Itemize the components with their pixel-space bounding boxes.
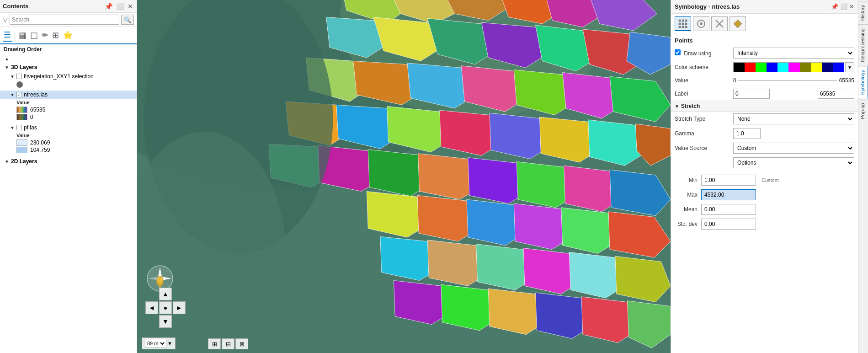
nav-center-button[interactable]: ●	[159, 301, 172, 314]
nav-right-button[interactable]: ►	[173, 301, 186, 314]
options-select[interactable]: Options	[733, 157, 854, 168]
fltvegetation-layer[interactable]: ▼ fltvegetation_XXY1 selection	[0, 72, 137, 80]
draw-using-select[interactable]: Intensity	[733, 48, 854, 59]
points-type-icon	[678, 19, 688, 29]
ntrees-layer[interactable]: ▼ ✓ ntrees.las	[0, 91, 137, 99]
ntrees-swatch-max	[16, 107, 27, 113]
maximize-icon[interactable]: ⬜	[115, 3, 125, 10]
cs-blue2	[833, 63, 844, 72]
stretch-type-select[interactable]: None	[733, 113, 854, 124]
pf-layer[interactable]: ▼ pf.las	[0, 123, 137, 132]
stddev-row: Std. dev 0.00	[671, 217, 858, 231]
drawing-order-label: Drawing Order	[0, 44, 137, 54]
label-row: Label	[671, 87, 858, 101]
compass-svg	[146, 265, 174, 292]
compass	[146, 265, 174, 294]
sym-max-icon[interactable]: ⬜	[840, 3, 847, 10]
label-label: Label	[675, 91, 730, 97]
sym-classified-btn[interactable]	[711, 16, 728, 31]
draw-using-checkbox[interactable]	[675, 49, 681, 55]
cs-magenta	[788, 63, 799, 72]
value-label: Value	[675, 77, 730, 84]
svg-rect-74	[682, 20, 684, 21]
classified-type-icon	[714, 19, 724, 29]
group-3d-header[interactable]: ▼ 3D Layers	[0, 63, 137, 71]
stretch-section-label: Stretch	[681, 103, 700, 109]
contents-title: Contents	[3, 3, 28, 10]
ntrees-label: ntrees.las	[24, 91, 48, 98]
panel-header-icons: 📌 ⬜ ✕	[104, 3, 134, 10]
star-button[interactable]: ⭐	[62, 29, 74, 41]
min-row: Min 1.00 Custom	[671, 173, 858, 187]
sym-points-btn[interactable]	[675, 16, 691, 31]
layer-tree: ▲ ▼ 3D Layers ▼ fltvegetation_XXY1 selec…	[0, 54, 137, 353]
search-button[interactable]: 🔍	[121, 15, 134, 25]
scale-bar: 89 m ▼	[142, 337, 176, 349]
edit-button[interactable]: ✏	[41, 29, 49, 41]
close-icon[interactable]: ✕	[127, 3, 134, 10]
history-tab[interactable]: History	[858, 1, 868, 24]
scale-label: ▼	[167, 341, 172, 346]
table-button[interactable]: ▦	[18, 29, 27, 41]
pin-icon[interactable]: 📌	[104, 3, 113, 10]
geoprocessing-tab[interactable]: Geoprocessing	[858, 24, 868, 66]
popup-tab[interactable]: Pop-up	[858, 99, 868, 123]
stretch-type-control: None	[733, 113, 854, 124]
stretch-section-header[interactable]: ▼ Stretch	[671, 101, 858, 112]
value-source-select[interactable]: Custom	[733, 143, 854, 154]
max-input[interactable]: 4532.00	[701, 189, 756, 200]
ntrees-checkbox[interactable]: ✓	[16, 92, 22, 97]
svg-rect-80	[682, 26, 684, 28]
list-view-button[interactable]: ☰	[3, 29, 12, 42]
map-area[interactable]: ▲ ◄ ● ► ▼ 89 m ▼ ⊞ ⊟ ⊠	[137, 0, 671, 353]
color-scheme-dropdown[interactable]: ▼	[845, 62, 854, 72]
label-max-input[interactable]	[818, 89, 854, 99]
symbology-title: Symbology - ntrees.las	[675, 3, 740, 10]
scale-dropdown[interactable]: 89 m	[145, 339, 166, 348]
group-2d-arrow: ▼	[5, 159, 11, 164]
cs-yellow	[811, 63, 822, 72]
stddev-input[interactable]: 0.00	[701, 219, 756, 230]
pf-group: ▼ pf.las Value 230.069 104.759	[0, 123, 137, 155]
svg-marker-86	[734, 20, 742, 28]
label-min-input[interactable]	[733, 89, 770, 99]
nav-down-button[interactable]: ▼	[159, 315, 172, 328]
cs-olive	[800, 63, 811, 72]
add-button[interactable]: ⊞	[51, 29, 60, 41]
ntrees-legend-min: 0	[16, 113, 137, 121]
unique-type-icon	[696, 19, 706, 29]
group-3d-label: 3D Layers	[11, 64, 37, 70]
ntrees-max-value: 65535	[30, 107, 45, 113]
fltvegetation-checkbox[interactable]	[16, 74, 22, 79]
min-label: Min	[675, 177, 698, 183]
filter-button[interactable]: ◫	[29, 29, 39, 41]
color-scheme-strip[interactable]	[733, 62, 844, 72]
sym-stretch-btn[interactable]	[730, 16, 746, 31]
custom-text-label: Custom	[761, 177, 779, 183]
symbology-header: Symbology - ntrees.las 📌 ⬜ ✕	[671, 0, 858, 14]
value-row: Value 0 65535	[671, 74, 858, 87]
search-input[interactable]	[10, 15, 119, 25]
nav-left-button[interactable]: ◄	[145, 301, 158, 314]
svg-rect-77	[682, 23, 684, 25]
scale-tool-1[interactable]: ⊞	[208, 338, 221, 349]
scale-tool-2[interactable]: ⊟	[222, 338, 234, 349]
mean-input[interactable]: 0.00	[701, 204, 756, 215]
collapse-arrow: ▲	[5, 56, 11, 61]
symbology-tab[interactable]: Symbology	[858, 66, 868, 98]
pf-checkbox[interactable]	[16, 125, 22, 130]
svg-rect-76	[679, 23, 681, 25]
cs-blue	[767, 63, 777, 72]
group-2d-header[interactable]: ▼ 2D Layers	[0, 157, 137, 166]
stretch-type-icon	[733, 19, 743, 29]
pf-max-value: 230.069	[30, 139, 50, 146]
svg-rect-73	[679, 20, 681, 21]
collapse-all[interactable]: ▲	[0, 55, 137, 62]
mean-row: Mean 0.00	[671, 202, 858, 217]
sym-unique-btn[interactable]	[693, 16, 709, 31]
min-input[interactable]: 1.00	[701, 175, 756, 186]
sym-close-icon[interactable]: ✕	[849, 3, 854, 10]
sym-pin-icon[interactable]: 📌	[831, 3, 838, 10]
gamma-input[interactable]: 1.0	[733, 128, 761, 139]
scale-tool-3[interactable]: ⊠	[235, 338, 248, 349]
